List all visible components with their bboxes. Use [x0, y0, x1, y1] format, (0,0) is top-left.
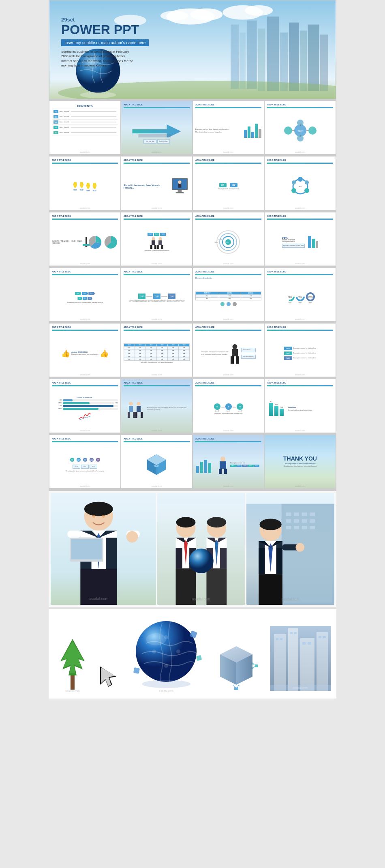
slide-thumb-8[interactable]: ADD A TITLE SLIDE flow asadal.com [265, 156, 336, 210]
slide-thumb-16[interactable]: ADD A TITLE SLIDE 30% TEXT 70% [265, 268, 336, 321]
slide-thumb-5[interactable]: ADD A TITLE SLIDE TEXT TEXT TEXT [49, 156, 120, 210]
svg-rect-160 [294, 519, 299, 523]
slide-thumb-17[interactable]: ADD A TITLE SLIDE 👍 ASADAL INTERNET INC.… [49, 324, 120, 377]
svg-rect-165 [302, 526, 307, 529]
svg-rect-200 [288, 628, 298, 691]
slide-thumb-9[interactable]: ADD A TITLE SLIDE CLICK TO FIND MORE ↑ C… [49, 212, 120, 266]
svg-point-185 [136, 621, 197, 682]
svg-rect-36 [178, 184, 182, 188]
svg-point-17 [58, 81, 336, 99]
slide-thumb-19[interactable]: ADD A TITLE SLIDE Description text about… [193, 324, 264, 377]
slide-8-title: ADD A TITLE SLIDE [267, 159, 333, 161]
slide-thumb-14[interactable]: ADD A TITLE SLIDE TEXT TEXT TEXT SERVICE… [121, 268, 192, 321]
svg-rect-45 [152, 240, 155, 245]
svg-rect-202 [317, 632, 328, 691]
svg-rect-15 [308, 25, 319, 91]
hero-main-title: POWER PPT [61, 23, 149, 37]
svg-point-72 [232, 344, 237, 349]
watermark-21: asadal.com [80, 429, 90, 432]
svg-rect-82 [135, 412, 137, 418]
svg-text:flow: flow [299, 186, 302, 188]
slide-thumb-27[interactable]: ADD A TITLE SLIDE [193, 435, 264, 488]
element-cube-3d [210, 642, 263, 692]
slide-18-title: ADD A TITLE SLIDE [124, 326, 190, 328]
watermark-11: asadal.com [223, 262, 234, 265]
svg-point-4 [222, 5, 263, 20]
slide-thumb-10[interactable]: ADD A TITLE SLIDE TEXT TEXT TEXT [121, 212, 192, 266]
slide-thumb-13[interactable]: ADD A TITLE SLIDE TEXT TEXT TEXT 01 02 0… [49, 268, 120, 321]
svg-point-44 [152, 237, 155, 240]
svg-text:텍1: 텍1 [270, 401, 273, 403]
svg-text:asadal.com: asadal.com [89, 596, 108, 601]
slide-thumb-18[interactable]: ADD A TITLE SLIDE TEXTTEXTTEXTTEXTTEXTTE… [121, 324, 192, 377]
slide-thumb-3[interactable]: ADD A TITLE SLIDE Description text here … [193, 101, 264, 154]
svg-point-5 [245, 5, 273, 16]
slide-thumb-15[interactable]: ADD A TITLE SLIDE Business Introduction … [193, 268, 264, 321]
svg-point-191 [142, 680, 190, 688]
c-text-3: Add a title slide [60, 121, 69, 123]
svg-point-22 [284, 126, 292, 135]
thankyou-text: THANK YOU [283, 456, 317, 462]
slide-thumb-2[interactable]: ADD A TITLE SLIDE [121, 101, 192, 154]
svg-rect-164 [294, 526, 299, 529]
c-text-1: Add a title slide [60, 111, 69, 113]
watermark-27: asadal.com [223, 485, 234, 487]
slide-thumb-7[interactable]: ADD A TITLE SLIDE 01 Description text 02… [193, 156, 264, 210]
watermark-4: asadal.com [295, 151, 306, 153]
svg-rect-49 [158, 240, 162, 245]
svg-rect-128 [71, 539, 102, 559]
slide-thumb-4[interactable]: ADD A TITLE SLIDE TEXT [265, 101, 336, 154]
slide-thumb-thankyou[interactable]: THANK YOU Insert my subtitle or main aut… [265, 435, 336, 488]
set-label: 29set [61, 17, 149, 23]
c-num-3: 03 [53, 120, 58, 124]
slide-thumb-26[interactable]: ADD A TITLE SLIDE TEXT asad [121, 435, 192, 488]
slide-thumb-contents[interactable]: CONTENTS 01 Add a title slide 02 Add a t… [49, 101, 120, 154]
svg-rect-157 [302, 512, 307, 516]
svg-rect-155 [286, 512, 291, 516]
svg-point-109 [220, 457, 225, 461]
watermark-24: asadal.com [295, 429, 306, 432]
slide-thumb-21[interactable]: ADD A TITLE SLIDE ASADAL INTERNET INC. 1… [49, 379, 120, 432]
slide-21-title: ADD A TITLE SLIDE [52, 381, 118, 384]
watermark-1: asadal.com [80, 151, 90, 153]
c-num-2: 02 [53, 115, 58, 118]
svg-rect-161 [302, 519, 307, 523]
main-container: asadal.com [49, 0, 336, 699]
slide-thumb-6[interactable]: ADD A TITLE SLIDE Started its business i… [121, 156, 192, 210]
slide-thumb-11[interactable]: ADD A TITLE SLIDE 10% 24% 38% 56% [193, 212, 264, 266]
slide-thumb-23[interactable]: ADD A TITLE SLIDE ✉ item 1 ★ item 2 [193, 379, 264, 432]
svg-text:05: 05 [97, 459, 99, 461]
svg-rect-79 [133, 412, 135, 418]
watermark-14: asadal.com [152, 318, 162, 320]
watermark-7: asadal.com [223, 207, 234, 209]
svg-rect-77 [129, 406, 133, 412]
svg-rect-108 [208, 463, 211, 473]
slide-thumb-12[interactable]: ADD A TITLE SLIDE 95% ASADAL INTERNET De… [265, 212, 336, 266]
svg-point-150 [189, 549, 214, 573]
slide-thumb-22[interactable]: ADD A TITLE SLIDE Sl [121, 379, 192, 432]
svg-text:텍3: 텍3 [280, 406, 283, 408]
svg-text:10%: 10% [214, 241, 218, 243]
slide-thumb-25[interactable]: ADD A TITLE SLIDE 01 02 03 04 05 [49, 435, 120, 488]
svg-rect-73 [232, 349, 238, 356]
slide-thumb-24[interactable]: ADD A TITLE SLIDE 텍1 [265, 379, 336, 432]
slide-thumb-20[interactable]: ADD A TITLE SLIDE TEXT Description conte… [265, 324, 336, 377]
svg-point-63 [220, 302, 225, 306]
svg-point-2 [190, 9, 222, 21]
svg-rect-204 [280, 638, 282, 640]
slide-9-title: ADD A TITLE SLIDE [52, 215, 118, 217]
c-num-5: 05 [53, 131, 58, 134]
svg-point-117 [102, 514, 105, 517]
slide-11-title: ADD A TITLE SLIDE [195, 215, 261, 217]
svg-rect-75 [236, 356, 239, 364]
svg-rect-110 [220, 461, 226, 469]
svg-rect-8 [240, 32, 246, 89]
svg-text:TEXT: TEXT [297, 130, 303, 132]
svg-rect-20 [139, 134, 171, 137]
svg-rect-81 [137, 406, 141, 412]
svg-text:24%: 24% [218, 238, 222, 240]
svg-text:01: 01 [71, 459, 73, 461]
svg-rect-83 [141, 412, 143, 418]
svg-point-23 [308, 126, 317, 135]
svg-rect-34 [176, 192, 184, 193]
